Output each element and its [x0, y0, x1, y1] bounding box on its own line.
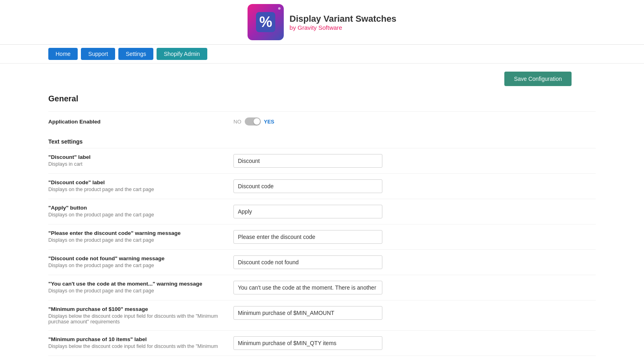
- section-title-general: General: [48, 94, 596, 103]
- main-content: Save Configuration General Application E…: [0, 64, 644, 362]
- field-label-col: "Discount code" label Displays on the pr…: [48, 179, 233, 192]
- min-purchase-amount-input[interactable]: [233, 306, 382, 320]
- field-label-col: "Please enter the discount code" warning…: [48, 230, 233, 243]
- field-label-col: "Minimum purchase of $100" message Displ…: [48, 306, 233, 325]
- field-label-sub: Displays on the product page and the car…: [48, 187, 233, 192]
- nav-shopify-admin[interactable]: Shopify Admin: [157, 48, 207, 60]
- field-label-main: "Discount" label: [48, 154, 233, 160]
- field-label-main: "You can't use the code at the moment...…: [48, 281, 233, 287]
- field-input-col: [233, 255, 596, 269]
- field-label-sub: Displays on the product page and the car…: [48, 288, 233, 294]
- field-label-col: "Minimum purchase of 10 items" label Dis…: [48, 336, 233, 349]
- field-label-sub: Displays below the discount code input f…: [48, 313, 233, 325]
- field-label-col: "Discount code not found" warning messag…: [48, 255, 233, 268]
- logo-percent-icon: %: [256, 12, 275, 32]
- field-row-apply-button: "Apply" button Displays on the product p…: [48, 199, 596, 224]
- discount-code-label-input[interactable]: [233, 179, 382, 193]
- app-enabled-label: Application Enabled: [48, 119, 233, 125]
- app-logo: %: [248, 4, 284, 40]
- field-label-sub: Displays on the product page and the car…: [48, 237, 233, 243]
- nav-bar: Home Support Settings Shopify Admin: [0, 45, 644, 64]
- app-enabled-toggle[interactable]: [245, 117, 261, 125]
- text-settings-header: Text settings: [48, 131, 596, 148]
- field-input-col: [233, 336, 596, 350]
- toggle-no-label: NO: [233, 119, 242, 125]
- toggle-group: NO YES: [233, 117, 275, 125]
- field-label-sub: Displays below the discount code input f…: [48, 343, 233, 349]
- nav-home[interactable]: Home: [48, 48, 78, 60]
- cant-use-code-input[interactable]: [233, 281, 382, 294]
- brand-subtitle: by Gravity Software: [289, 24, 342, 31]
- brand-text: Display Variant Swatches by Gravity Soft…: [289, 14, 396, 31]
- apply-button-input[interactable]: [233, 205, 382, 218]
- field-label-sub: Displays in cart: [48, 161, 233, 167]
- enter-code-warning-input[interactable]: [233, 230, 382, 244]
- field-label-col: "Apply" button Displays on the product p…: [48, 205, 233, 218]
- field-label-main: "Discount code" label: [48, 179, 233, 185]
- field-input-col: [233, 179, 596, 193]
- field-row-cant-use-code: "You can't use the code at the moment...…: [48, 275, 596, 300]
- page-header: % Display Variant Swatches by Gravity So…: [0, 0, 644, 45]
- save-configuration-button[interactable]: Save Configuration: [504, 72, 572, 86]
- field-input-col: [233, 205, 596, 218]
- field-label-main: "Apply" button: [48, 205, 233, 211]
- min-purchase-qty-input[interactable]: [233, 336, 382, 350]
- brand-logo-group: % Display Variant Swatches by Gravity So…: [248, 4, 396, 40]
- field-input-col: [233, 154, 596, 168]
- field-row-enter-code-warning: "Please enter the discount code" warning…: [48, 224, 596, 249]
- field-label-main: "Please enter the discount code" warning…: [48, 230, 233, 236]
- field-row-code-not-found: "Discount code not found" warning messag…: [48, 249, 596, 275]
- field-label-sub: Displays on the product page and the car…: [48, 263, 233, 268]
- field-input-col: [233, 281, 596, 294]
- field-row-min-purchase-qty: "Minimum purchase of 10 items" label Dis…: [48, 330, 596, 356]
- field-input-col: [233, 230, 596, 244]
- app-title: Display Variant Swatches: [289, 14, 396, 24]
- nav-settings[interactable]: Settings: [118, 48, 153, 60]
- field-row-min-purchase-amount: "Minimum purchase of $100" message Displ…: [48, 300, 596, 330]
- field-label-col: "Discount" label Displays in cart: [48, 154, 233, 167]
- toggle-yes-label: YES: [264, 119, 275, 125]
- save-row: Save Configuration: [48, 72, 596, 86]
- field-input-col: [233, 306, 596, 320]
- code-not-found-input[interactable]: [233, 255, 382, 269]
- nav-support[interactable]: Support: [81, 48, 115, 60]
- field-label-sub: Displays on the product page and the car…: [48, 212, 233, 218]
- field-label-main: "Minimum purchase of $100" message: [48, 306, 233, 312]
- field-label-col: "You can't use the code at the moment...…: [48, 281, 233, 294]
- app-enabled-row: Application Enabled NO YES: [48, 111, 596, 131]
- field-label-main: "Minimum purchase of 10 items" label: [48, 336, 233, 342]
- field-row-discount-label: "Discount" label Displays in cart: [48, 148, 596, 173]
- field-row-discount-code-label: "Discount code" label Displays on the pr…: [48, 173, 596, 199]
- discount-label-input[interactable]: [233, 154, 382, 168]
- field-label-main: "Discount code not found" warning messag…: [48, 255, 233, 261]
